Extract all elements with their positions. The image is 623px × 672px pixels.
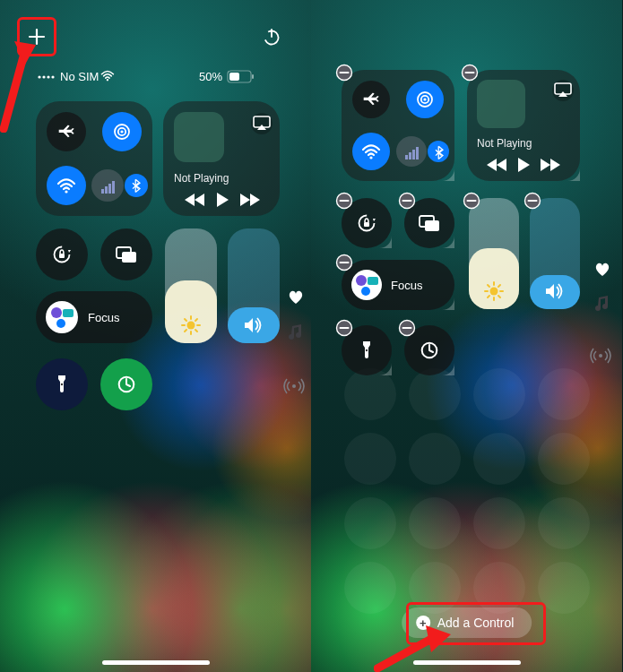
- cellular-dots-icon: [38, 75, 54, 78]
- media-title: Not Playing: [174, 172, 229, 185]
- svg-point-47: [46, 301, 78, 333]
- remove-icon[interactable]: [337, 255, 352, 271]
- music-icon: [595, 296, 608, 311]
- remove-icon[interactable]: [337, 194, 352, 209]
- home-indicator[interactable]: [102, 660, 210, 665]
- annotation-arrow: [0, 34, 39, 133]
- brightness-icon: [485, 282, 503, 300]
- media-title: Not Playing: [477, 137, 532, 150]
- svg-point-68: [344, 433, 396, 485]
- timer-button[interactable]: [100, 358, 152, 410]
- remove-icon[interactable]: [525, 194, 541, 209]
- flashlight-button[interactable]: [36, 358, 88, 410]
- remove-icon[interactable]: [464, 194, 480, 209]
- svg-point-33: [42, 75, 45, 78]
- airdrop-toggle[interactable]: [406, 81, 444, 118]
- screenshot-left: No SIM 50% Not Playing: [0, 0, 311, 672]
- bluetooth-toggle[interactable]: [125, 174, 148, 197]
- wifi-status-icon: [101, 72, 113, 82]
- wifi-toggle[interactable]: [47, 166, 86, 205]
- svg-line-58: [195, 330, 197, 332]
- svg-rect-61: [228, 307, 280, 343]
- svg-point-93: [490, 288, 498, 296]
- svg-point-91: [361, 287, 370, 296]
- svg-point-71: [538, 433, 590, 485]
- svg-line-99: [498, 296, 500, 297]
- wifi-toggle[interactable]: [352, 133, 390, 170]
- svg-point-70: [473, 433, 525, 485]
- svg-point-35: [51, 75, 54, 78]
- svg-line-60: [185, 330, 186, 332]
- hotspot-icon[interactable]: [591, 349, 610, 363]
- svg-line-57: [185, 319, 186, 321]
- screen-mirror-button[interactable]: [100, 228, 152, 280]
- focus-label: Focus: [88, 311, 120, 324]
- svg-point-64: [344, 368, 396, 420]
- svg-point-50: [56, 319, 65, 328]
- svg-line-101: [488, 296, 489, 297]
- airplay-icon[interactable]: [251, 113, 273, 134]
- svg-rect-38: [252, 74, 254, 79]
- svg-point-67: [538, 368, 590, 420]
- svg-point-89: [356, 275, 367, 286]
- brightness-icon: [182, 316, 200, 334]
- svg-line-100: [498, 285, 500, 287]
- airdrop-toggle[interactable]: [102, 112, 142, 151]
- hotspot-icon[interactable]: [284, 379, 304, 393]
- svg-point-52: [187, 322, 195, 330]
- heart-icon[interactable]: [596, 263, 609, 276]
- svg-point-41: [47, 166, 86, 205]
- svg-point-74: [473, 497, 525, 549]
- svg-rect-90: [368, 277, 378, 285]
- remove-icon[interactable]: [463, 65, 478, 81]
- cellular-toggle[interactable]: [396, 136, 427, 167]
- airplane-toggle[interactable]: [352, 81, 390, 118]
- svg-point-88: [351, 270, 382, 300]
- remove-icon[interactable]: [400, 321, 415, 336]
- screenshot-right: Not Playing Focus: [311, 0, 622, 672]
- cellular-toggle[interactable]: [91, 169, 124, 202]
- svg-point-75: [538, 497, 590, 549]
- media-artwork: [174, 112, 224, 162]
- svg-rect-37: [229, 73, 239, 81]
- battery-pct: 50%: [199, 70, 222, 83]
- remove-icon[interactable]: [337, 321, 352, 336]
- music-icon: [289, 324, 301, 340]
- media-artwork: [477, 80, 525, 128]
- svg-point-66: [473, 368, 525, 420]
- svg-point-83: [396, 136, 427, 167]
- svg-line-59: [195, 319, 197, 321]
- svg-point-69: [409, 433, 461, 485]
- heart-icon[interactable]: [290, 291, 302, 304]
- remove-icon[interactable]: [337, 65, 352, 81]
- bluetooth-toggle[interactable]: [428, 141, 449, 162]
- svg-rect-49: [63, 309, 74, 317]
- airplane-toggle[interactable]: [47, 112, 86, 151]
- svg-point-82: [352, 133, 390, 170]
- svg-point-42: [91, 169, 124, 202]
- battery-icon: [228, 71, 254, 82]
- rotation-lock-button[interactable]: [36, 228, 88, 280]
- focus-label: Focus: [391, 279, 423, 292]
- remove-icon[interactable]: [400, 194, 415, 209]
- power-icon[interactable]: [263, 29, 281, 47]
- svg-line-98: [488, 285, 489, 287]
- svg-point-34: [47, 75, 49, 78]
- svg-point-65: [409, 368, 461, 420]
- svg-point-72: [344, 497, 396, 549]
- home-indicator[interactable]: [413, 660, 521, 665]
- empty-slot[interactable]: [344, 368, 590, 614]
- svg-rect-102: [530, 275, 580, 309]
- airplay-icon[interactable]: [552, 80, 574, 101]
- svg-point-73: [409, 497, 461, 549]
- svg-point-76: [344, 562, 396, 614]
- carrier-label: No SIM: [60, 70, 99, 83]
